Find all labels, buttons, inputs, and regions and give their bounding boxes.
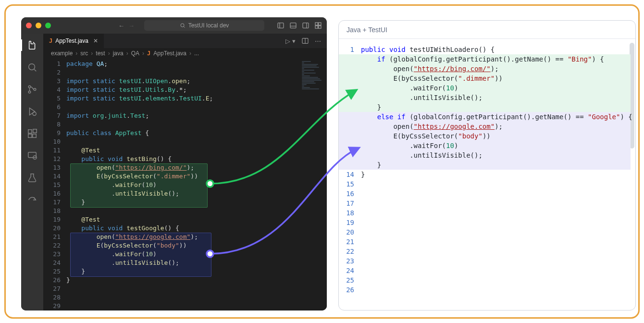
search-icon (180, 23, 186, 28)
more-actions-icon[interactable]: ⋯ (315, 37, 321, 45)
java-file-icon: J (49, 37, 52, 44)
svg-rect-22 (33, 129, 37, 133)
breadcrumb-sep: › (189, 50, 191, 57)
search-activity-icon[interactable] (26, 62, 38, 73)
run-icon[interactable]: ▷ ▾ (285, 37, 296, 45)
testing-icon[interactable] (26, 172, 38, 184)
tab-label: AppTest.java (55, 37, 88, 44)
right-code-content: public void testUIWithLoadero() { if (gl… (361, 45, 635, 310)
tab-close-icon[interactable]: ✕ (93, 37, 98, 44)
command-center-text: TestUI local dev (188, 22, 229, 29)
minimap[interactable] (300, 59, 327, 116)
svg-marker-17 (30, 108, 35, 115)
breadcrumb-sep: › (142, 50, 144, 57)
tab-actions: ▷ ▾ ⋯ (285, 34, 327, 48)
svg-rect-4 (290, 23, 296, 28)
breadcrumb-sep: › (108, 50, 110, 57)
svg-point-16 (34, 88, 36, 91)
layout-sidebar-right-icon[interactable] (302, 22, 310, 29)
nav-forward-icon[interactable]: → (128, 22, 135, 29)
tab-apptest[interactable]: J AppTest.java ✕ (43, 34, 104, 48)
nav-arrows: ← → (118, 22, 135, 29)
activity-bar (21, 34, 43, 311)
breadcrumb-seg[interactable]: ... (194, 50, 199, 57)
extensions-icon[interactable] (26, 128, 38, 139)
breadcrumbs[interactable]: example›src›test›java›QA›J AppTest.java›… (43, 48, 327, 59)
breadcrumb-sep: › (91, 50, 93, 57)
svg-rect-8 (315, 23, 318, 25)
right-panel: Java + TestUI 12345678910111213141516171… (338, 20, 636, 311)
explorer-icon[interactable] (21, 39, 43, 51)
svg-point-0 (181, 24, 184, 27)
run-debug-icon[interactable] (26, 106, 38, 117)
svg-rect-10 (315, 26, 318, 28)
breadcrumb-seg[interactable]: QA (131, 50, 139, 57)
svg-point-18 (33, 112, 36, 115)
svg-point-12 (29, 64, 35, 70)
editor-area: J AppTest.java ✕ ▷ ▾ ⋯ example›src›test›… (43, 34, 327, 311)
breadcrumb-seg[interactable]: AppTest.java (153, 50, 186, 57)
right-panel-title: Java + TestUI (339, 21, 635, 39)
traffic-lights (26, 23, 51, 28)
remote-icon[interactable] (26, 150, 38, 162)
command-center[interactable]: TestUI local dev (144, 20, 264, 31)
vscode-window: ← → TestUI local dev (21, 17, 327, 311)
breadcrumb-sep: › (126, 50, 128, 57)
svg-rect-20 (28, 134, 32, 137)
java-file-icon: J (147, 50, 150, 57)
breadcrumb-seg[interactable]: src (80, 50, 88, 57)
breadcrumb-seg[interactable]: example (51, 50, 73, 57)
layout-sidebar-left-icon[interactable] (277, 22, 285, 29)
svg-rect-9 (319, 23, 321, 25)
window-close-icon[interactable] (26, 23, 32, 28)
layout-panel-icon[interactable] (289, 22, 297, 29)
breadcrumb-seg[interactable]: java (113, 50, 124, 57)
svg-rect-6 (303, 23, 309, 28)
svg-line-13 (34, 69, 36, 71)
titlebar: ← → TestUI local dev (21, 17, 327, 34)
window-zoom-icon[interactable] (45, 23, 51, 28)
source-control-icon[interactable] (26, 84, 38, 95)
svg-rect-2 (278, 23, 284, 28)
svg-rect-23 (28, 152, 37, 158)
tab-bar: J AppTest.java ✕ ▷ ▾ ⋯ (43, 34, 327, 48)
code-content: package QA; import static testUI.UIOpen.… (66, 59, 327, 311)
breadcrumb-sep: › (75, 50, 77, 57)
code-editor[interactable]: 1234567891011121314151617181920212223242… (43, 59, 327, 311)
nav-back-icon[interactable]: ← (118, 22, 124, 29)
svg-rect-21 (33, 134, 36, 137)
svg-rect-19 (28, 130, 32, 133)
share-icon[interactable] (26, 194, 38, 206)
svg-point-15 (28, 91, 31, 93)
svg-point-14 (28, 86, 31, 88)
layout-grid-icon[interactable] (314, 22, 322, 29)
outer-frame: ← → TestUI local dev (4, 4, 640, 319)
split-editor-icon[interactable] (301, 37, 309, 45)
svg-rect-11 (319, 26, 321, 28)
svg-line-1 (184, 26, 185, 27)
titlebar-actions (277, 22, 322, 29)
breadcrumb-seg[interactable]: test (96, 50, 105, 57)
line-gutter: 1234567891011121314151617181920212223242… (43, 59, 66, 311)
right-code-editor[interactable]: 1234567891011121314151617181920212223242… (339, 39, 635, 310)
window-minimize-icon[interactable] (36, 23, 41, 28)
